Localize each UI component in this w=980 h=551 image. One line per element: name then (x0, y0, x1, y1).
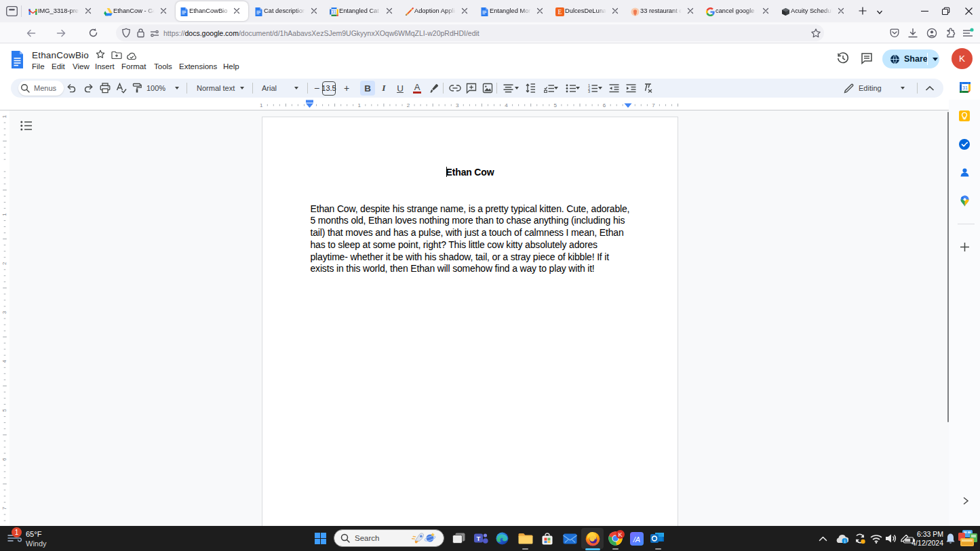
svg-text:7: 7 (652, 102, 655, 108)
svg-text:2: 2 (1, 262, 7, 265)
svg-text:3: 3 (588, 89, 590, 93)
svg-text:4: 4 (1, 360, 7, 363)
svg-text:1: 1 (260, 102, 263, 108)
svg-text:5: 5 (1, 409, 7, 412)
svg-text:6: 6 (1, 457, 7, 461)
svg-text:1: 1 (1, 213, 7, 216)
svg-text:1: 1 (358, 102, 361, 108)
svg-text:E: E (557, 9, 562, 16)
svg-text:6: 6 (603, 102, 606, 108)
svg-text:31: 31 (962, 85, 968, 90)
svg-text:4: 4 (505, 102, 508, 108)
svg-text:31: 31 (331, 9, 336, 14)
svg-text:7: 7 (1, 506, 7, 510)
svg-text:5: 5 (554, 102, 557, 108)
svg-text:1: 1 (1, 115, 7, 118)
svg-text:2: 2 (407, 102, 410, 108)
svg-text:T: T (477, 535, 481, 542)
svg-text:/A: /A (633, 535, 640, 543)
svg-text:3: 3 (1, 310, 7, 314)
svg-text:3: 3 (456, 102, 459, 108)
